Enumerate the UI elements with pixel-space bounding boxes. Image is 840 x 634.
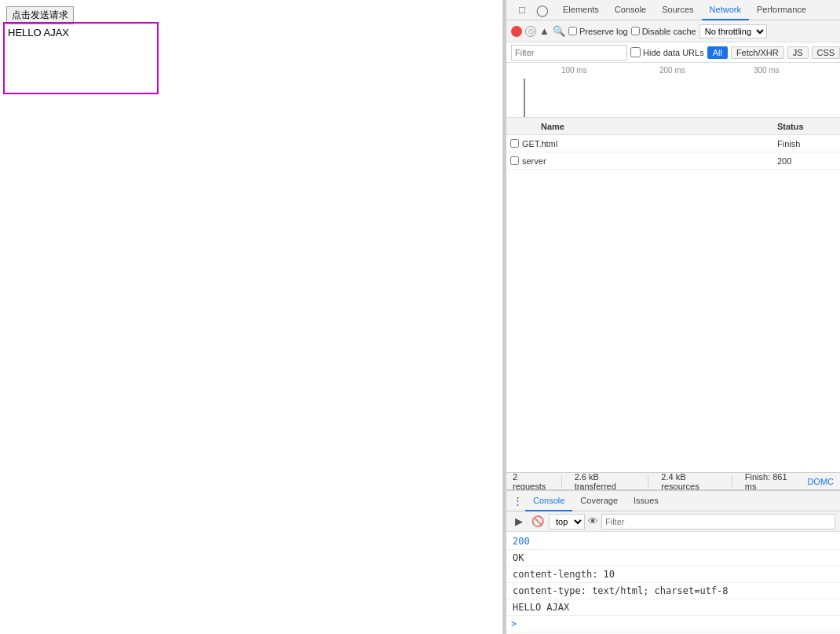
table-row[interactable]: GET.html Finish [506,135,840,152]
status-divider-2 [648,476,648,487]
console-output: 200 OK content-length: 10 content-type: … [506,532,840,634]
domc-link[interactable]: DOMC [807,477,834,486]
bottom-panel: ⋮ Console Coverage Issues ▶ 🚫 top 👁 200 … [506,489,840,634]
console-stop-icon[interactable]: 🚫 [530,514,546,530]
ruler-100ms: 100 ms [561,66,587,75]
tab-console-bottom[interactable]: Console [525,491,572,511]
console-line: 200 [506,533,840,550]
console-run-icon[interactable]: ▶ [511,514,527,530]
console-line: content-type: text/html; charset=utf-8 [506,583,840,599]
browser-page: 点击发送请求 HELLO AJAX [0,0,502,634]
tab-issues[interactable]: Issues [626,491,667,511]
tab-network[interactable]: Network [702,0,749,20]
table-header: Name Status [506,118,840,135]
hide-urls-label[interactable]: Hide data URLs [630,47,704,57]
row-checkbox-1[interactable] [510,139,519,148]
filter-css-btn[interactable]: CSS [812,46,840,59]
ruler-200ms: 200 ms [659,66,685,75]
filter-icon[interactable]: ▲ [539,25,550,37]
device-icon[interactable]: ◯ [533,1,552,20]
filter-fetch-btn[interactable]: Fetch/XHR [731,46,784,59]
record-button[interactable] [511,26,522,37]
row-checkbox-2[interactable] [510,156,519,165]
devtools-left-icons: □ ◯ [509,1,555,20]
tab-performance[interactable]: Performance [749,0,814,20]
console-prompt[interactable]: > [506,616,840,632]
filter-all-btn[interactable]: All [707,46,728,59]
tab-console[interactable]: Console [607,0,654,20]
bottom-more-icon[interactable]: ⋮ [509,493,525,509]
transferred-size: 2.6 kB transferred [575,472,636,491]
hello-box: HELLO AJAX [3,22,159,94]
hello-text: HELLO AJAX [8,27,69,38]
hide-urls-checkbox[interactable] [630,47,641,57]
disable-cache-label[interactable]: Disable cache [631,27,696,36]
eye-icon[interactable]: 👁 [588,515,598,527]
tab-sources[interactable]: Sources [654,0,701,20]
filter-bar: Hide data URLs All Fetch/XHR JS CSS [506,42,840,63]
disable-cache-checkbox[interactable] [631,27,640,35]
network-statusbar: 2 requests 2.6 kB transferred 2.4 kB res… [506,472,840,489]
row-status-2: 200 [777,156,840,166]
preserve-log-checkbox[interactable] [568,27,577,35]
tab-coverage[interactable]: Coverage [572,491,626,511]
console-line: content-length: 10 [506,566,840,583]
network-toolbar: ⦸ ▲ 🔍 Preserve log Disable cache No thro… [506,20,840,42]
tab-elements[interactable]: Elements [555,0,607,20]
status-divider-1 [561,476,562,487]
row-name-1: GET.html [522,139,777,148]
top-context-select[interactable]: top [549,514,585,530]
console-filter-input[interactable] [601,514,835,530]
console-toolbar: ▶ 🚫 top 👁 [506,511,840,532]
filter-input[interactable] [511,45,627,60]
col-header-status: Status [777,122,840,131]
network-table: Name Status GET.html Finish server 200 [506,118,840,472]
devtools-panel: □ ◯ Elements Console Sources Network Per… [506,0,840,634]
inspect-icon[interactable]: □ [513,1,531,20]
filter-js-btn[interactable]: JS [787,46,809,59]
timeline-cursor [524,79,525,118]
finish-time: Finish: 861 ms [745,472,795,491]
resources-size: 2.4 kB resources [661,472,718,491]
console-line: OK [506,550,840,566]
ruler-300ms: 300 ms [754,66,780,75]
row-name-2: server [522,156,777,166]
search-icon[interactable]: 🔍 [553,25,565,37]
timeline-area: 100 ms 200 ms 300 ms [506,63,840,118]
requests-count: 2 requests [513,472,549,491]
devtools-tab-bar: □ ◯ Elements Console Sources Network Per… [506,0,840,20]
throttle-select[interactable]: No throttling [699,24,767,38]
col-header-name: Name [522,122,777,131]
bottom-tab-bar: ⋮ Console Coverage Issues [506,491,840,511]
console-line: HELLO AJAX [506,599,840,616]
row-status-1: Finish [777,139,840,148]
status-divider-3 [732,476,732,487]
preserve-log-label[interactable]: Preserve log [568,27,628,36]
table-row[interactable]: server 200 [506,152,840,170]
stop-button[interactable]: ⦸ [525,26,536,37]
